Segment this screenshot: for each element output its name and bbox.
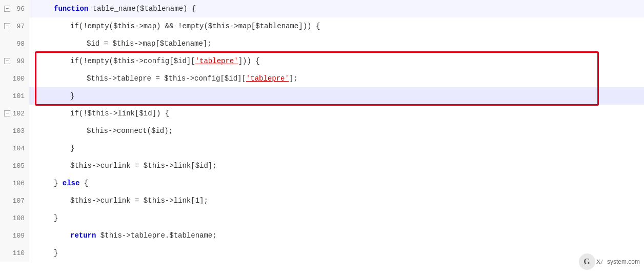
- code-row: 106} else {: [0, 174, 644, 192]
- code-content: function table_name($tablename) {: [29, 0, 644, 17]
- fold-button[interactable]: −: [4, 58, 10, 64]
- code-row: −97if(!empty($this->map) && !empty($this…: [0, 17, 644, 35]
- code-content: $id = $this->map[$tablename];: [29, 35, 644, 52]
- code-content: }: [29, 209, 644, 227]
- watermark: G X/ system.com: [579, 253, 640, 270]
- line-number: 96: [12, 5, 25, 13]
- code-content: } else {: [29, 174, 644, 192]
- code-row: −99if(!empty($this->config[$id]['tablepr…: [0, 52, 644, 70]
- code-content: }: [29, 244, 644, 262]
- code-token: 'tablepre': [246, 74, 289, 83]
- code-row: 110}: [0, 244, 644, 262]
- code-row: 104}: [0, 140, 644, 157]
- line-number-col: −102: [0, 105, 29, 122]
- code-token: $this->connect($id);: [87, 127, 173, 135]
- line-number-col: 103: [0, 122, 29, 140]
- watermark-domain: system.com: [607, 258, 640, 265]
- code-content: if(!empty($this->config[$id]['tablepre']…: [29, 52, 644, 70]
- code-row: 103$this->connect($id);: [0, 122, 644, 140]
- line-number: 105: [12, 162, 25, 170]
- code-content: }: [29, 140, 644, 157]
- code-row: 105$this->curlink = $this->link[$id];: [0, 157, 644, 174]
- line-number: 103: [12, 127, 25, 135]
- code-row: 101}: [0, 87, 644, 105]
- line-number-col: −99: [0, 52, 29, 70]
- code-content: $this->connect($id);: [29, 122, 644, 140]
- line-number-col: 107: [0, 192, 29, 209]
- line-number: 97: [12, 23, 25, 30]
- line-number-col: −96: [0, 0, 29, 17]
- code-token: }: [54, 249, 58, 257]
- line-number: 109: [12, 232, 25, 240]
- line-number-col: 109: [0, 227, 29, 244]
- code-token: function: [54, 5, 88, 13]
- code-token: }: [70, 144, 74, 152]
- code-editor: −96function table_name($tablename) {−97i…: [0, 0, 644, 274]
- line-number: 100: [12, 75, 25, 83]
- code-token: $this->tablepre = $this->config[$id][: [87, 74, 246, 83]
- fold-button[interactable]: −: [4, 6, 10, 12]
- line-number: 102: [12, 110, 25, 118]
- line-number-col: −97: [0, 17, 29, 35]
- line-number: 107: [12, 197, 25, 205]
- code-row: 107$this->curlink = $this->link[1];: [0, 192, 644, 209]
- code-token: $this->curlink = $this->link[1];: [70, 197, 208, 205]
- code-content: }: [29, 87, 644, 105]
- code-row: 98$id = $this->map[$tablename];: [0, 35, 644, 52]
- line-number: 106: [12, 180, 25, 187]
- code-token: return: [70, 231, 96, 240]
- code-token: 'tablepre': [195, 57, 238, 65]
- code-token: $id = $this->map[$tablename];: [87, 40, 212, 48]
- line-number: 104: [12, 145, 25, 152]
- line-number: 101: [12, 92, 25, 100]
- code-token: {: [79, 179, 88, 187]
- code-row: 109return $this->tablepre.$tablename;: [0, 227, 644, 244]
- line-number-col: 101: [0, 87, 29, 105]
- line-number: 98: [12, 40, 25, 48]
- line-number-col: 104: [0, 140, 29, 157]
- code-token: $this->tablepre.$tablename;: [96, 231, 216, 240]
- line-number-col: 110: [0, 244, 29, 262]
- code-row: 100$this->tablepre = $this->config[$id][…: [0, 70, 644, 87]
- line-number-col: 98: [0, 35, 29, 52]
- code-content: $this->curlink = $this->link[1];: [29, 192, 644, 209]
- line-number: 110: [12, 249, 25, 257]
- code-row: 108}: [0, 209, 644, 227]
- code-token: else: [63, 179, 80, 187]
- line-number-col: 106: [0, 174, 29, 192]
- code-token: table_name($tablename) {: [88, 5, 196, 13]
- code-token: }: [54, 214, 58, 222]
- watermark-xi: X/: [596, 258, 603, 265]
- fold-button[interactable]: −: [4, 23, 10, 29]
- code-token: ];: [289, 74, 298, 83]
- line-number-col: 105: [0, 157, 29, 174]
- code-token: $this->curlink = $this->link[$id];: [70, 162, 217, 170]
- code-token: }: [54, 179, 63, 187]
- fold-button[interactable]: −: [4, 110, 10, 116]
- line-number: 108: [12, 214, 25, 222]
- code-lines: −96function table_name($tablename) {−97i…: [0, 0, 644, 262]
- line-number: 99: [12, 57, 25, 65]
- code-token: ])) {: [238, 57, 260, 65]
- code-content: if(!empty($this->map) && !empty($this->m…: [29, 17, 644, 35]
- code-row: −96function table_name($tablename) {: [0, 0, 644, 17]
- code-content: $this->tablepre = $this->config[$id]['ta…: [29, 70, 644, 87]
- watermark-logo: G: [579, 253, 595, 270]
- code-content: return $this->tablepre.$tablename;: [29, 227, 644, 244]
- code-content: $this->curlink = $this->link[$id];: [29, 157, 644, 174]
- line-number-col: 108: [0, 209, 29, 227]
- code-token: }: [70, 92, 74, 100]
- code-row: −102if(!$this->link[$id]) {: [0, 105, 644, 122]
- code-token: if(!empty($this->map) && !empty($this->m…: [70, 22, 320, 30]
- code-token: if(!empty($this->config[$id][: [70, 57, 195, 65]
- line-number-col: 100: [0, 70, 29, 87]
- code-content: if(!$this->link[$id]) {: [29, 105, 644, 122]
- code-token: if(!$this->link[$id]) {: [70, 109, 169, 118]
